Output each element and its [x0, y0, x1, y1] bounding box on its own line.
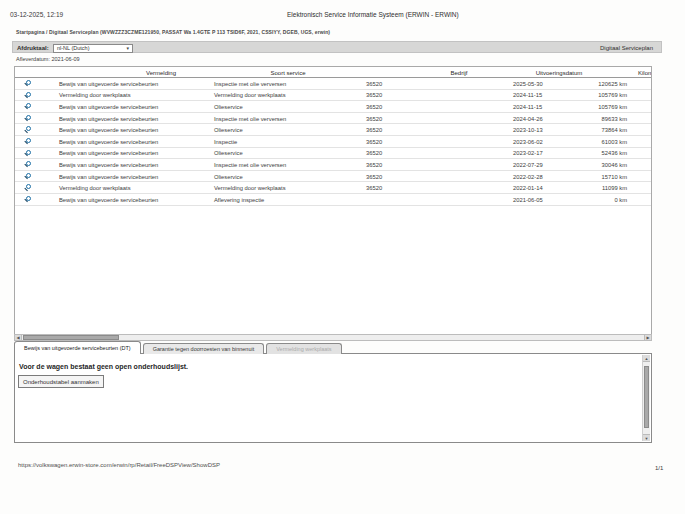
breadcrumb[interactable]: Startpagina / Digitaal Serviceplan (WVWZ… — [16, 29, 330, 35]
row-soort-service: Inspectie met olie verversen — [214, 81, 286, 87]
table-row: Bewijs van uitgevoerde servicebeurten Af… — [15, 194, 651, 206]
horizontal-scroll-thumb[interactable] — [23, 335, 119, 340]
digitaal-serviceplan-label: Digitaal Serviceplan — [600, 45, 653, 51]
row-vermelding: Bewijs van uitgevoerde servicebeurten — [59, 150, 158, 156]
row-datum: 2023-06-02 — [513, 139, 543, 145]
table-row: Bewijs van uitgevoerde servicebeurten In… — [15, 113, 651, 125]
row-soort-service: Olieservice — [214, 127, 243, 133]
row-soort-service: Inspectie met olie verversen — [214, 162, 286, 168]
maintenance-panel: Voor de wagen bestaat geen open onderhou… — [14, 353, 652, 443]
row-datum: 2023-02-17 — [513, 150, 543, 156]
row-vermelding: Bewijs van uitgevoerde servicebeurten — [59, 174, 158, 180]
row-kilometerstand: 61003 km — [602, 139, 627, 145]
table-row: Bewijs van uitgevoerde servicebeurten Ol… — [15, 171, 651, 183]
row-bedrijf: 36520 — [366, 116, 382, 122]
table-header-bedrijf: Bedrijf — [450, 70, 467, 76]
row-bedrijf: 36520 — [366, 92, 382, 98]
erwin-service-page: 03-12-2025, 12:19 Elektronisch Service I… — [0, 0, 685, 514]
row-datum: 2022-02-28 — [513, 174, 543, 180]
magnifier-icon[interactable] — [26, 150, 31, 155]
page-number: 1/1 — [655, 465, 663, 471]
row-vermelding: Vermelding door werkplaats — [59, 185, 131, 191]
magnifier-icon[interactable] — [26, 184, 31, 189]
magnifier-icon[interactable] — [26, 115, 31, 120]
print-toolbar: Afdruktaal: nl-NL (Dutch) ▾ Digitaal Ser… — [12, 41, 662, 53]
row-soort-service: Vermelding door werkplaats — [214, 92, 286, 98]
table-row: Vermelding door werkplaats Vermelding do… — [15, 90, 651, 102]
vertical-scrollbar[interactable]: ▲ ▼ — [642, 355, 650, 441]
row-kilometerstand: 15710 km — [602, 174, 627, 180]
magnifier-icon[interactable] — [26, 173, 31, 178]
row-datum: 2024-11-15 — [513, 92, 542, 98]
row-datum: 2025-05-30 — [513, 81, 543, 87]
table-header-soort-service: Soort service — [270, 70, 305, 76]
bottom-tab-bar: Bewijs van uitgevoerde servicebeurten (D… — [14, 342, 344, 354]
magnifier-icon[interactable] — [26, 138, 31, 143]
magnifier-icon[interactable] — [26, 196, 31, 201]
row-kilometerstand: 52436 km — [602, 150, 627, 156]
magnifier-icon[interactable] — [26, 80, 31, 85]
magnifier-icon[interactable] — [26, 103, 31, 108]
row-vermelding: Bewijs van uitgevoerde servicebeurten — [59, 197, 158, 203]
row-bedrijf: 36520 — [366, 127, 382, 133]
tab-bewijs-servicebeurten[interactable]: Bewijs van uitgevoerde servicebeurten (D… — [14, 341, 141, 354]
scroll-right-icon[interactable]: ▶ — [644, 335, 651, 340]
row-soort-service: Olieservice — [214, 150, 243, 156]
magnifier-icon[interactable] — [26, 161, 31, 166]
tab-vermelding-werkplaats[interactable]: Vermelding werkplaats — [266, 343, 341, 354]
row-bedrijf: 36520 — [366, 185, 382, 191]
row-soort-service: Olieservice — [214, 174, 243, 180]
row-bedrijf: 36520 — [366, 139, 382, 145]
row-vermelding: Bewijs van uitgevoerde servicebeurten — [59, 116, 158, 122]
row-kilometerstand: 120625 km — [598, 81, 627, 87]
table-row: Bewijs van uitgevoerde servicebeurten In… — [15, 136, 651, 148]
table-header-uitvoeringsdatum: Uitvoeringsdatum — [536, 70, 583, 76]
row-soort-service: Inspectie — [214, 139, 237, 145]
row-vermelding: Bewijs van uitgevoerde servicebeurten — [59, 104, 158, 110]
table-header-row: Vermelding Soort service Bedrijf Uitvoer… — [15, 67, 651, 78]
row-datum: 2022-01-14 — [513, 185, 543, 191]
row-kilometerstand: 30046 km — [602, 162, 627, 168]
row-datum: 2024-11-15 — [513, 104, 542, 110]
row-soort-service: Vermelding door werkplaats — [214, 185, 286, 191]
row-datum: 2024-04-26 — [513, 116, 543, 122]
table-row: Bewijs van uitgevoerde servicebeurten In… — [15, 78, 651, 90]
table-header-vermelding: Vermelding — [146, 70, 176, 76]
row-vermelding: Bewijs van uitgevoerde servicebeurten — [59, 139, 158, 145]
print-language-select[interactable]: nl-NL (Dutch) ▾ — [53, 44, 133, 53]
service-history-table: Vermelding Soort service Bedrijf Uitvoer… — [14, 66, 652, 334]
row-datum: 2023-10-13 — [513, 127, 543, 133]
row-soort-service: Inspectie met olie verversen — [214, 116, 286, 122]
row-datum: 2022-07-29 — [513, 162, 543, 168]
row-datum: 2021-06-05 — [513, 197, 543, 203]
horizontal-scrollbar[interactable]: ◀ ▶ — [14, 334, 652, 341]
row-bedrijf: 36520 — [366, 150, 382, 156]
table-header-kilometerstand: Kilometerstand — [638, 70, 652, 76]
row-vermelding: Bewijs van uitgevoerde servicebeurten — [59, 162, 158, 168]
magnifier-icon[interactable] — [26, 92, 31, 97]
app-title: Elektronisch Service Informatie Systeem … — [287, 11, 459, 18]
table-row: Bewijs van uitgevoerde servicebeurten Ol… — [15, 124, 651, 136]
vertical-scroll-thumb[interactable] — [644, 366, 649, 428]
chevron-down-icon: ▾ — [126, 45, 129, 51]
scroll-up-icon[interactable]: ▲ — [643, 355, 650, 362]
table-row: Bewijs van uitgevoerde servicebeurten Ol… — [15, 101, 651, 113]
table-row: Vermelding door werkplaats Vermelding do… — [15, 182, 651, 194]
row-soort-service: Aflevering inspectie — [214, 197, 264, 203]
row-soort-service: Olieservice — [214, 104, 243, 110]
row-bedrijf: 36520 — [366, 104, 382, 110]
magnifier-icon[interactable] — [26, 126, 31, 131]
timestamp: 03-12-2025, 12:19 — [10, 11, 63, 18]
row-bedrijf: 36520 — [366, 162, 382, 168]
table-row: Bewijs van uitgevoerde servicebeurten In… — [15, 159, 651, 171]
row-bedrijf: 36520 — [366, 174, 382, 180]
tab-garantie-doorroesten[interactable]: Garantie tegen doorroesten van binnenuit — [143, 343, 265, 354]
delivery-date: Afleverdatum: 2021-06-09 — [16, 56, 80, 62]
row-vermelding: Vermelding door werkplaats — [59, 92, 131, 98]
scroll-left-icon[interactable]: ◀ — [15, 335, 22, 340]
create-maintenance-table-button[interactable]: Onderhoudstabel aanmaken — [18, 375, 104, 388]
row-kilometerstand: 73864 km — [602, 127, 627, 133]
row-kilometerstand: 0 km — [614, 197, 627, 203]
row-kilometerstand: 11099 km — [602, 185, 627, 191]
scroll-down-icon[interactable]: ▼ — [643, 434, 650, 441]
